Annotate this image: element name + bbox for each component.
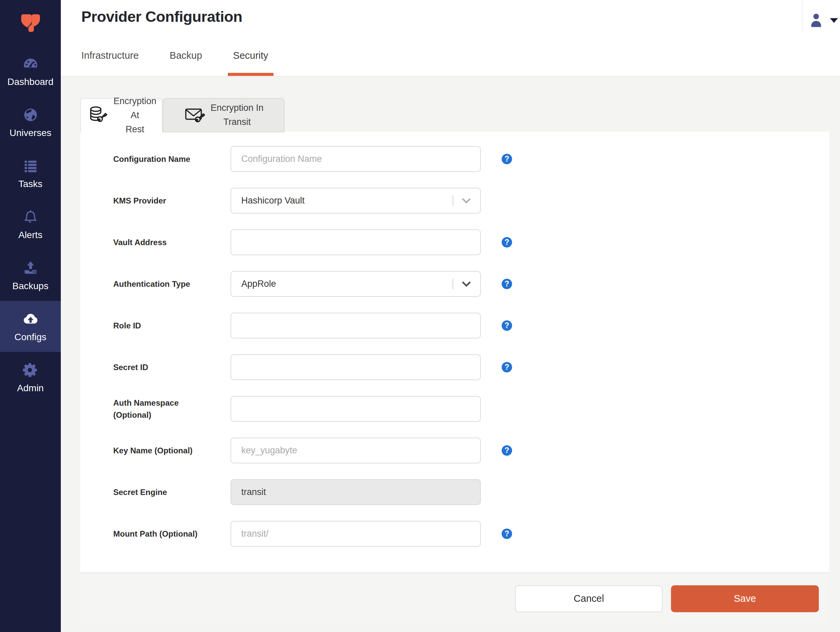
svg-text:?: ?: [504, 446, 509, 455]
sidebar-item-admin[interactable]: Admin: [0, 352, 61, 403]
subtab-label: Encryption InTransit: [211, 101, 264, 129]
field-label: Key Name (Optional): [113, 444, 207, 457]
form-row: Authentication Type AppRole ?: [113, 271, 829, 297]
help-icon[interactable]: ?: [502, 445, 512, 456]
svg-text:?: ?: [504, 529, 509, 538]
kms-config-form: Configuration Name ? KMS Provider Hashic…: [80, 132, 829, 572]
caret-down-icon: [830, 18, 838, 23]
alerts-bell-icon: [22, 208, 39, 225]
form-row: Role ID ?: [113, 313, 829, 339]
sidebar-nav: Dashboard Universes: [0, 46, 61, 403]
form-row: Secret Engine: [113, 479, 829, 505]
sidebar: Dashboard Universes: [0, 0, 61, 632]
header-divider: [802, 0, 803, 31]
selected-value: Hashicorp Vault: [241, 195, 305, 206]
tab-encryption-at-rest[interactable]: Encryption AtRest: [80, 98, 163, 132]
svg-text:?: ?: [504, 362, 509, 371]
configuration-name-input[interactable]: [231, 146, 481, 172]
sidebar-item-configs[interactable]: Configs: [0, 301, 61, 352]
selected-value: AppRole: [241, 279, 276, 289]
encryption-subtabs: Encryption AtRest: [80, 98, 284, 132]
sidebar-item-backups[interactable]: Backups: [0, 250, 61, 301]
subtab-label: Encryption AtRest: [114, 95, 156, 137]
sidebar-item-universes[interactable]: Universes: [0, 97, 61, 148]
form-row: Configuration Name ?: [113, 146, 829, 172]
tab-backup[interactable]: Backup: [170, 50, 202, 76]
sidebar-item-label: Admin: [17, 383, 44, 394]
select-divider: [453, 195, 453, 206]
field-label: Role ID: [113, 320, 207, 332]
sidebar-item-label: Alerts: [19, 230, 43, 240]
authentication-type-select[interactable]: AppRole: [231, 271, 481, 297]
field-label: Authentication Type: [113, 278, 207, 290]
select-divider: [453, 279, 453, 289]
form-row: Secret ID ?: [113, 354, 829, 380]
tab-security[interactable]: Security: [233, 50, 268, 76]
sidebar-item-alerts[interactable]: Alerts: [0, 199, 61, 250]
secret-engine-input: [231, 479, 481, 505]
cancel-button[interactable]: Cancel: [515, 585, 663, 612]
sidebar-item-label: Backups: [13, 281, 48, 292]
yugabyte-logo[interactable]: [0, 0, 61, 36]
field-label: KMS Provider: [113, 195, 207, 207]
page-title: Provider Configuration: [81, 8, 242, 25]
kms-provider-select[interactable]: Hashicorp Vault: [231, 188, 481, 214]
field-label: Secret ID: [113, 361, 207, 374]
vault-address-input[interactable]: [231, 229, 481, 255]
kms-config-panel: Configuration Name ? KMS Provider Hashic…: [80, 132, 829, 624]
svg-text:?: ?: [504, 238, 509, 246]
help-icon[interactable]: ?: [502, 529, 512, 539]
sidebar-item-label: Configs: [14, 332, 46, 342]
sidebar-item-label: Universes: [9, 128, 51, 138]
save-button[interactable]: Save: [671, 585, 819, 612]
form-footer: Cancel Save: [80, 572, 829, 624]
help-icon[interactable]: ?: [502, 362, 512, 372]
field-label: Auth Namespace (Optional): [113, 397, 207, 421]
app-window: Dashboard Universes: [0, 0, 840, 632]
secret-id-input[interactable]: [231, 354, 481, 380]
tab-encryption-in-transit[interactable]: Encryption InTransit: [163, 98, 284, 132]
chevron-down-icon: [460, 194, 473, 207]
auth-namespace-input[interactable]: [231, 396, 481, 422]
tab-infrastructure[interactable]: Infrastructure: [81, 50, 139, 76]
page-header: Provider Configuration Infrastructure Ba…: [61, 0, 840, 77]
form-row: Mount Path (Optional) ?: [113, 521, 829, 547]
user-menu[interactable]: [808, 12, 838, 29]
configs-cloud-upload-icon: [22, 310, 39, 328]
universes-globe-icon: [22, 106, 39, 123]
svg-text:?: ?: [504, 154, 509, 163]
form-row: KMS Provider Hashicorp Vault: [113, 188, 829, 214]
role-id-input[interactable]: [231, 313, 481, 339]
help-icon[interactable]: ?: [502, 279, 512, 289]
sidebar-item-label: Tasks: [19, 179, 43, 189]
field-label: Vault Address: [113, 236, 207, 249]
field-label: Mount Path (Optional): [113, 528, 207, 540]
sidebar-item-label: Dashboard: [7, 77, 54, 87]
mount-path-input[interactable]: [231, 521, 481, 547]
form-row: Vault Address ?: [113, 229, 829, 255]
help-icon[interactable]: ?: [502, 320, 512, 331]
field-label: Configuration Name: [113, 153, 207, 165]
tasks-list-icon: [22, 158, 39, 174]
help-icon[interactable]: ?: [502, 154, 512, 164]
backups-upload-icon: [22, 260, 39, 276]
user-icon: [808, 12, 824, 29]
svg-text:?: ?: [504, 279, 509, 288]
help-icon[interactable]: ?: [502, 237, 512, 247]
tab-bar: Infrastructure Backup Security: [81, 50, 299, 76]
admin-gear-icon: [22, 362, 39, 378]
chevron-down-icon: [460, 278, 473, 290]
sidebar-item-dashboard[interactable]: Dashboard: [0, 46, 61, 97]
form-row: Auth Namespace (Optional): [113, 396, 829, 422]
main-area: Provider Configuration Infrastructure Ba…: [61, 0, 840, 632]
dashboard-gauge-icon: [22, 55, 39, 72]
key-name-input[interactable]: [231, 438, 481, 463]
svg-text:?: ?: [504, 321, 509, 330]
field-label: Secret Engine: [113, 486, 207, 498]
form-row: Key Name (Optional) ?: [113, 438, 829, 463]
sidebar-item-tasks[interactable]: Tasks: [0, 148, 61, 199]
database-key-icon: [87, 105, 108, 126]
envelope-key-icon: [184, 104, 205, 126]
content-area: Encryption AtRest: [61, 77, 840, 632]
